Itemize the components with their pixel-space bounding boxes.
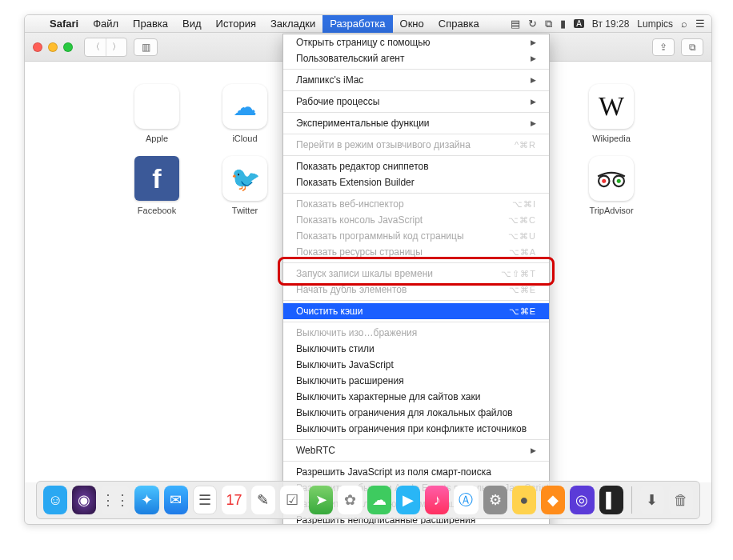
menu-item: Показать программный код страницы⌥⌘U (283, 228, 549, 244)
back-button[interactable]: 〈 (85, 38, 106, 56)
spotlight-icon[interactable]: ⌕ (681, 18, 687, 30)
sidebar-toggle-button[interactable]: ▥ (134, 38, 158, 56)
apple-icon (134, 84, 179, 129)
username[interactable]: Lumpics (637, 18, 673, 30)
dock-app3-icon[interactable]: ◎ (570, 486, 594, 514)
ta-icon (589, 156, 634, 201)
menu-item: Показать ресурсы страницы⌥⌘A (283, 244, 549, 260)
menu-item[interactable]: Выключить стили (283, 341, 549, 357)
menu-файл[interactable]: Файл (86, 15, 126, 33)
menu-item[interactable]: Лампикс's iMac (283, 72, 549, 88)
favorite-label: Apple (146, 134, 168, 143)
timemachine-icon[interactable]: ↻ (528, 18, 537, 30)
menu-разработка[interactable]: Разработка (322, 15, 392, 33)
favorite-label: Wikipedia (592, 134, 631, 143)
window-controls (33, 42, 73, 52)
menu-item[interactable]: WebRTC (283, 442, 549, 458)
menu-item[interactable]: Выключить расширения (283, 373, 549, 389)
favorite-label: Facebook (138, 206, 176, 215)
menu-item: Показать веб-инспектор⌥⌘I (283, 196, 549, 212)
dock-siri-icon[interactable]: ◉ (72, 486, 96, 514)
back-forward-buttons: 〈 〉 (84, 38, 127, 57)
menu-item[interactable]: Пользовательский агент (283, 50, 549, 66)
wk-icon: W (589, 84, 634, 129)
forward-button[interactable]: 〉 (106, 38, 126, 56)
dock-maps-icon[interactable]: ➤ (309, 486, 333, 514)
minimize-window-button[interactable] (48, 42, 58, 52)
menu-item[interactable]: Выключить ограничения для локальных файл… (283, 405, 549, 421)
dock-messages-icon[interactable]: ☁ (367, 486, 391, 514)
fb-icon: f (134, 156, 179, 201)
menu-item[interactable]: Открыть страницу с помощью (283, 34, 549, 50)
dock-calendar-icon[interactable]: 17 (222, 486, 246, 514)
tabs-button[interactable]: ⧉ (681, 38, 703, 56)
favorite-apple[interactable]: Apple (113, 84, 201, 156)
menu-вид[interactable]: Вид (175, 15, 209, 33)
menubar: Safari ФайлПравкаВидИсторияЗакладкиРазра… (25, 15, 711, 33)
menu-item[interactable]: Выключить характерные для сайтов хаки (283, 389, 549, 405)
dock-terminal-icon[interactable]: ▌ (599, 486, 623, 514)
dock-finder-icon[interactable]: ☺ (43, 486, 67, 514)
airplay-icon[interactable]: ⧉ (545, 18, 552, 30)
dock-contacts-icon[interactable]: ☰ (193, 486, 218, 514)
menu-item: Запуск записи шкалы времени⌥⇧⌘T (283, 266, 549, 282)
menu-история[interactable]: История (209, 15, 263, 33)
dock-downloads-icon[interactable]: ⬇ (640, 486, 664, 514)
menu-item[interactable]: Показать редактор сниппетов (283, 158, 549, 174)
dock-app2-icon[interactable]: ◆ (541, 486, 565, 514)
menu-item[interactable]: Выключить ограничения при конфликте исто… (283, 421, 549, 437)
menu-item: Начать дубль элементов⌥⌘E (283, 282, 549, 298)
menu-item: Перейти в режим отзывчивого дизайна^⌘R (283, 137, 549, 153)
menu-правка[interactable]: Правка (126, 15, 175, 33)
favorite-ta[interactable]: TripAdvisor (567, 156, 655, 228)
menu-item[interactable]: Рабочие процессы (283, 94, 549, 110)
cloud-icon: ☁ (222, 84, 267, 129)
favorite-label: iCloud (232, 134, 257, 143)
menu-item[interactable]: Показать Extension Builder (283, 174, 549, 190)
zoom-window-button[interactable] (63, 42, 73, 52)
close-window-button[interactable] (33, 42, 42, 52)
menu-справка[interactable]: Справка (431, 15, 487, 33)
battery-icon[interactable]: ▮ (560, 18, 566, 30)
clock[interactable]: Вт 19:28 (592, 18, 629, 30)
favorite-label: TripAdvisor (589, 206, 633, 215)
dock-settings-icon[interactable]: ⚙ (483, 486, 507, 514)
dock-facetime-icon[interactable]: ▶ (396, 486, 420, 514)
menu-item[interactable]: Разрешить JavaScript из поля смарт-поиск… (283, 464, 549, 480)
favorite-cloud[interactable]: ☁iCloud (201, 84, 289, 156)
menu-item[interactable]: Выключить JavaScript (283, 357, 549, 373)
dock-safari-icon[interactable]: ✦ (134, 486, 158, 514)
dock-mail-icon[interactable]: ✉ (164, 486, 188, 514)
dock-appstore-icon[interactable]: Ⓐ (454, 486, 478, 514)
dock: ☺ ◉ ⋮⋮ ✦ ✉ ☰ 17 ✎ ☑ ➤ ✿ ☁ ▶ ♪ Ⓐ ⚙ ● ◆ ◎ … (36, 481, 700, 519)
share-button[interactable]: ⇪ (652, 38, 675, 56)
dock-reminders-icon[interactable]: ☑ (280, 486, 304, 514)
disk-icon[interactable]: ▤ (511, 18, 520, 30)
dock-app1-icon[interactable]: ● (512, 486, 536, 514)
favorite-tw[interactable]: 🐦Twitter (201, 156, 289, 228)
app-name[interactable]: Safari (42, 18, 86, 30)
menu-item: Показать консоль JavaScript⌥⌘C (283, 212, 549, 228)
dock-notes-icon[interactable]: ✎ (251, 486, 275, 514)
tw-icon: 🐦 (222, 156, 267, 201)
favorite-fb[interactable]: fFacebook (113, 156, 201, 228)
window: Safari ФайлПравкаВидИсторияЗакладкиРазра… (24, 14, 712, 525)
svg-point-2 (602, 179, 606, 183)
notification-center-icon[interactable]: ☰ (695, 18, 705, 30)
input-source-icon[interactable]: А (574, 19, 584, 28)
menubar-right: ▤ ↻ ⧉ ▮ А Вт 19:28 Lumpics ⌕ ☰ (511, 18, 711, 30)
dock-trash-icon[interactable]: 🗑 (669, 486, 693, 514)
favorite-wk[interactable]: WWikipedia (567, 84, 655, 156)
menu-item: Выключить изо…бражения (283, 325, 549, 341)
dock-photos-icon[interactable]: ✿ (338, 486, 362, 514)
dock-launchpad-icon[interactable]: ⋮⋮ (101, 486, 130, 514)
svg-point-3 (617, 179, 621, 183)
menu-item[interactable]: Экспериментальные функции (283, 115, 549, 131)
dock-music-icon[interactable]: ♪ (425, 486, 449, 514)
menu-окно[interactable]: Окно (393, 15, 431, 33)
menu-item[interactable]: Очистить кэши⌥⌘E (283, 303, 549, 319)
develop-menu-dropdown: Открыть страницу с помощьюПользовательск… (282, 34, 550, 525)
favorite-label: Twitter (232, 206, 258, 215)
menu-закладки[interactable]: Закладки (263, 15, 322, 33)
